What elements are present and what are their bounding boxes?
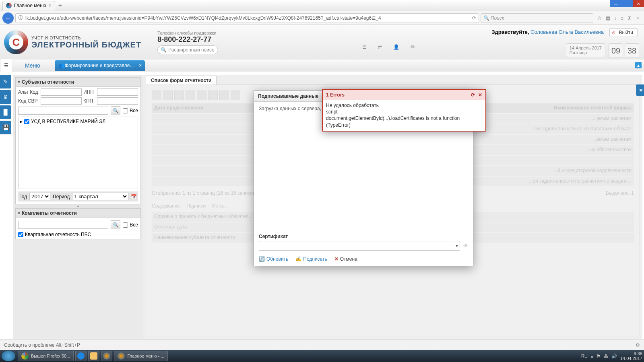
users-icon: 👥: [59, 63, 65, 68]
header-action-icons: ☰ ⇄ 👤 ✉: [362, 44, 415, 50]
browser-toolbar: ☆ ▤ ↓ ⌂ ⛨ ≡: [595, 15, 642, 21]
mail-icon[interactable]: ✉: [411, 44, 415, 50]
weekday: Пятница: [570, 50, 602, 55]
home-icon[interactable]: ⌂: [621, 15, 623, 21]
logout-label: Выйти: [619, 30, 633, 35]
time-minutes: 38: [625, 43, 639, 58]
search-placeholder: Поиск: [491, 15, 504, 21]
logout-button[interactable]: ⎋ Выйти: [609, 28, 638, 37]
time-display: 09 38: [609, 43, 639, 58]
bookmark-icon[interactable]: ☆: [597, 15, 602, 21]
app-header: С УЧЕТ И ОТЧЕТНОСТЬ ЭЛЕКТРОННЫЙ БЮДЖЕТ Т…: [0, 25, 644, 60]
window-controls: — □ ✕: [610, 0, 644, 7]
tab-strip: Главное меню × +: [0, 0, 62, 11]
close-tab-icon[interactable]: ×: [139, 63, 142, 68]
menu-tab-active[interactable]: 👥 Формирование и представле... ×: [55, 60, 145, 71]
user-name-link[interactable]: Соловьева Ольга Васильевна: [530, 29, 604, 35]
browser-search[interactable]: 🔍 Поиск: [481, 13, 593, 23]
flow-icon[interactable]: ⇄: [378, 44, 382, 50]
advanced-search-input[interactable]: 🔍 Расширенный поиск: [157, 45, 218, 54]
time-hours: 09: [609, 43, 623, 58]
menu-tab-label: Формирование и представле...: [65, 63, 134, 68]
window-titlebar: Главное меню × +: [0, 0, 644, 11]
site-info-icon[interactable]: ⓘ: [18, 14, 23, 21]
support-phone: Телефон службы поддержки 8-800-222-27-77…: [157, 31, 218, 54]
collapse-header-button[interactable]: ▲: [635, 62, 642, 68]
close-tab-icon[interactable]: ×: [49, 3, 52, 8]
search-icon: 🔍: [483, 15, 489, 21]
browser-navbar: ← ⓘ lk.budget.gov.ru/udu-webcenter/faces…: [0, 11, 644, 25]
browser-tab-active[interactable]: Главное меню ×: [2, 1, 55, 10]
shield-icon[interactable]: ⛨: [627, 15, 632, 21]
logout-icon: ⎋: [612, 30, 615, 35]
list-icon[interactable]: ☰: [362, 44, 367, 50]
window-maximize-button[interactable]: □: [621, 0, 633, 7]
greeting-prefix: Здравствуйте,: [491, 29, 530, 35]
logo-title: ЭЛЕКТРОННЫЙ БЮДЖЕТ: [31, 40, 141, 49]
tab-title: Главное меню: [14, 3, 46, 8]
logo-subtitle: УЧЕТ И ОТЧЕТНОСТЬ: [31, 36, 141, 40]
date-line: 14 Апрель 2017: [570, 45, 602, 50]
pocket-icon[interactable]: ▤: [606, 15, 610, 21]
new-tab-button[interactable]: +: [58, 2, 62, 9]
downloads-icon[interactable]: ↓: [614, 15, 617, 21]
url-text: lk.budget.gov.ru/udu-webcenter/faces/men…: [25, 15, 381, 21]
address-bar[interactable]: ⓘ lk.budget.gov.ru/udu-webcenter/faces/m…: [15, 13, 479, 23]
phone-label: Телефон службы поддержки: [157, 31, 218, 35]
reload-icon[interactable]: ⟳: [472, 15, 476, 21]
menu-main-link[interactable]: Меню: [10, 62, 55, 69]
favicon-icon: [6, 3, 12, 8]
logo: С УЧЕТ И ОТЧЕТНОСТЬ ЭЛЕКТРОННЫЙ БЮДЖЕТ: [4, 30, 141, 54]
menu-bar: ☰ Меню 👥 Формирование и представле... × …: [0, 60, 644, 72]
user-greeting: Здравствуйте, Соловьева Ольга Васильевна: [491, 29, 604, 35]
user-icon[interactable]: 👤: [393, 44, 399, 50]
date-display: 14 Апрель 2017 Пятница: [566, 43, 605, 57]
search-icon: 🔍: [161, 47, 167, 53]
menu-icon[interactable]: ≡: [636, 15, 639, 21]
phone-number: 8-800-222-27-77: [157, 35, 218, 44]
back-button[interactable]: ←: [2, 12, 14, 24]
logo-icon: С: [4, 30, 28, 54]
menu-toggle-button[interactable]: ☰: [0, 59, 12, 72]
window-close-button[interactable]: ✕: [633, 0, 644, 7]
window-minimize-button[interactable]: —: [610, 0, 621, 7]
advanced-search-placeholder: Расширенный поиск: [168, 47, 214, 53]
